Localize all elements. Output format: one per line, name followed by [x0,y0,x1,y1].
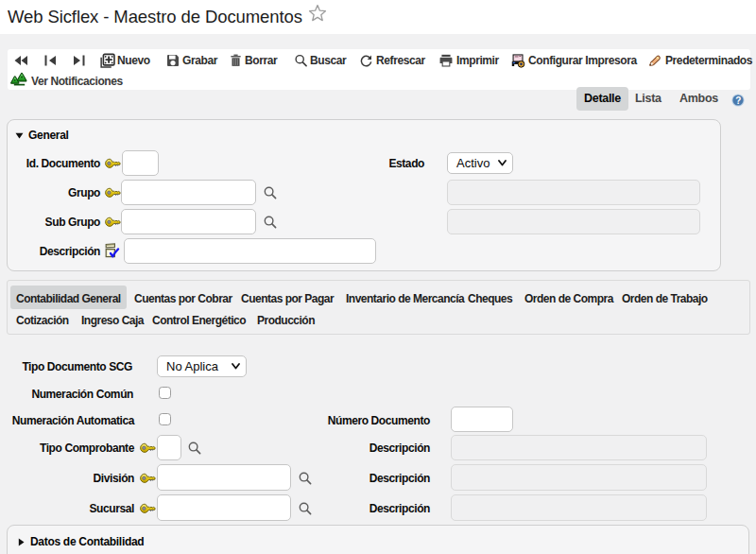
svg-text:?: ? [735,95,741,106]
